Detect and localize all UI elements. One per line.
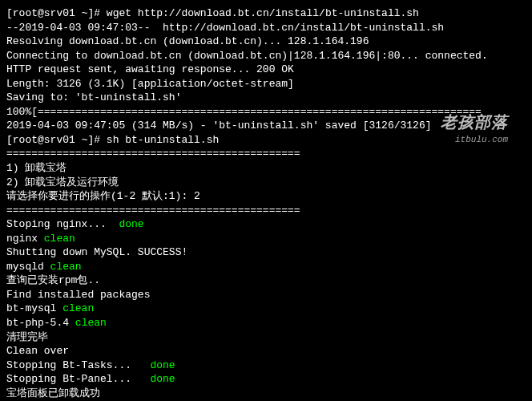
- status-clean: clean: [44, 233, 75, 245]
- output-line: Resolving download.bt.cn (download.bt.cn…: [6, 34, 526, 49]
- output-line: Length: 3126 (3.1K) [application/octet-s…: [6, 77, 526, 91]
- status-clean: clean: [75, 317, 107, 329]
- output-line: 清理完毕: [6, 330, 526, 345]
- command: wget http://download.bt.cn/install/bt-un…: [100, 7, 419, 19]
- prompt-line: [root@srv01 ~]# wget http://download.bt.…: [6, 6, 526, 21]
- status-done: done: [150, 373, 175, 385]
- status-clean: clean: [50, 261, 82, 273]
- output-line: 宝塔面板已卸载成功: [6, 387, 526, 401]
- command: sh bt-uninstall.sh: [100, 134, 219, 146]
- output-line: 2019-04-03 09:47:05 (314 MB/s) - 'bt-uni…: [6, 119, 526, 133]
- output-line: mysqld clean: [6, 260, 526, 274]
- menu-option: 1) 卸载宝塔: [6, 161, 526, 176]
- output-line: HTTP request sent, awaiting response... …: [6, 63, 526, 77]
- status-done: done: [119, 218, 143, 230]
- output-line: Stopping Bt-Tasks... done: [6, 358, 526, 373]
- separator: ========================================…: [6, 147, 526, 161]
- output-line: Clean over: [6, 344, 526, 358]
- status-clean: clean: [62, 302, 94, 314]
- menu-option: 2) 卸载宝塔及运行环境: [6, 176, 526, 190]
- prompt-input: 请选择你要进行的操作(1-2 默认:1): 2: [6, 189, 526, 204]
- output-line: Connecting to download.bt.cn (download.b…: [6, 49, 526, 63]
- output-line: nginx clean: [6, 232, 526, 246]
- prompt-line: [root@srv01 ~]# sh bt-uninstall.sh: [6, 133, 526, 148]
- status-done: done: [150, 359, 175, 371]
- host: root@srv01: [13, 7, 75, 19]
- separator: ========================================…: [6, 204, 526, 218]
- output-line: Stoping nginx... done: [6, 217, 526, 232]
- host: root@srv01: [13, 134, 75, 146]
- progress-bar: 100%[===================================…: [6, 105, 526, 119]
- output-line: Shutting down MySQL. SUCCESS!: [6, 245, 526, 260]
- output-line: bt-mysql clean: [6, 302, 526, 316]
- output-line: --2019-04-03 09:47:03-- http://download.…: [6, 21, 526, 35]
- output-line: Saving to: 'bt-uninstall.sh': [6, 91, 526, 105]
- output-line: Stopping Bt-Panel... done: [6, 372, 526, 387]
- output-line: 查询已安装rpm包..: [6, 273, 526, 288]
- output-line: Find installed packages: [6, 288, 526, 302]
- output-line: bt-php-5.4 clean: [6, 316, 526, 330]
